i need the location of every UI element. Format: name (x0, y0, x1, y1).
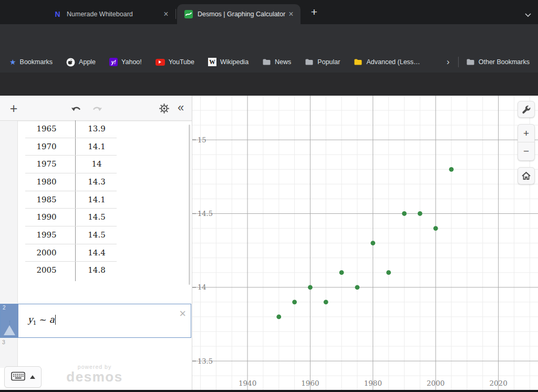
watermark-large: desmos (53, 370, 137, 384)
browser-window: N Numerade Whiteboard × Desmos | Graphin… (0, 0, 538, 392)
bookmark-bookmarks[interactable]: ★ Bookmarks (9, 58, 53, 66)
table-row: 2000 14.4 (18, 244, 123, 262)
table-cell-x[interactable]: 1975 (18, 155, 75, 173)
desmos-favicon-icon (184, 10, 193, 19)
bookmark-label: Wikipedia (220, 58, 249, 66)
bookmark-folder-advanced[interactable]: Advanced (Less… (354, 58, 420, 66)
row-separator (25, 226, 117, 226)
panel-scrollbar[interactable] (189, 125, 190, 285)
bookmark-folder-news[interactable]: News (262, 58, 291, 66)
divider (458, 57, 459, 67)
table-cell-y[interactable]: 14.1 (76, 138, 118, 156)
svg-text:14: 14 (198, 283, 206, 291)
redo-button[interactable] (89, 101, 104, 116)
collapse-panel-button[interactable]: « (173, 101, 188, 116)
undo-button[interactable] (69, 101, 84, 116)
bookmark-label: Other Bookmarks (479, 58, 530, 66)
delete-expression-icon[interactable]: × (179, 307, 186, 321)
table-row: 1985 14.1 (18, 191, 123, 209)
row-separator (25, 173, 117, 173)
table-cell-x[interactable]: 2000 (18, 244, 75, 262)
keyboard-icon (11, 372, 25, 383)
table-cell-x[interactable]: 1965 (18, 120, 75, 138)
show-keyboard-button[interactable] (4, 366, 42, 388)
expression-index: 2 (3, 305, 6, 311)
warning-icon[interactable]: ! (4, 316, 15, 327)
zoom-in-button[interactable]: + (518, 125, 534, 142)
graph-paper[interactable]: 13.51414.51519401960198020002020 + − (192, 96, 538, 392)
expression-row-selected[interactable]: 2 ! y1~a × (0, 304, 191, 338)
graph-settings-wrench-button[interactable] (518, 101, 535, 118)
default-viewport-home-button[interactable] (518, 167, 535, 184)
table-cell-y[interactable]: 14.4 (76, 244, 118, 262)
table-row: 1970 14.1 (18, 138, 123, 156)
table-cell-x[interactable]: 1970 (18, 138, 75, 156)
bookmark-label: Apple (79, 58, 96, 66)
table-row: 1980 14.3 (18, 173, 123, 191)
table-cell-y[interactable]: 13.9 (76, 120, 118, 138)
expr-relation: ~ (39, 314, 47, 325)
other-bookmarks-folder[interactable]: Other Bookmarks (466, 58, 530, 66)
row-separator (25, 208, 117, 209)
svg-text:1940: 1940 (239, 379, 256, 387)
tab-divider (175, 9, 176, 19)
folder-icon-yellow (354, 58, 363, 66)
tab-desmos-active[interactable]: Desmos | Graphing Calculator × (177, 4, 301, 24)
bookmark-youtube[interactable]: YouTube (156, 58, 194, 66)
bookmark-yahoo[interactable]: y! Yahoo! (109, 58, 142, 66)
table-row: 1990 14.5 (18, 208, 123, 226)
desmos-header: Untitled Graph desmos Log In or Sign Up … (0, 73, 538, 96)
table-cell-y[interactable]: 14.5 (76, 208, 118, 226)
svg-text:13.5: 13.5 (198, 357, 213, 365)
add-expression-button[interactable]: + (6, 101, 21, 116)
table-cell-x[interactable]: 2005 (18, 261, 75, 279)
folder-icon (262, 58, 271, 66)
table-row: 1995 14.5 (18, 226, 123, 244)
svg-text:2000: 2000 (427, 379, 444, 387)
settings-gear-icon[interactable] (157, 101, 171, 116)
table-row: 1965 13.9 (18, 120, 123, 138)
yahoo-icon: y! (109, 58, 118, 66)
table-cell-y[interactable]: 14.3 (76, 173, 118, 191)
bookmark-apple[interactable]: Apple (66, 58, 96, 67)
bookmark-label: News (275, 58, 291, 66)
expression-toolbar: + « (0, 96, 192, 121)
close-tab-icon[interactable]: × (286, 9, 296, 19)
youtube-icon (156, 59, 165, 66)
caret-up-icon (30, 375, 35, 379)
table-cell-x[interactable]: 1980 (18, 173, 75, 191)
svg-text:15: 15 (198, 136, 206, 144)
desmos-watermark: powered by desmos (53, 364, 137, 384)
expression-gutter: 3 (0, 338, 18, 368)
table-cell-y[interactable]: 14 (76, 155, 118, 173)
zoom-out-button[interactable]: − (518, 142, 534, 160)
expression-input[interactable]: y1~a × (18, 304, 191, 337)
table-cell-x[interactable]: 1995 (18, 226, 75, 244)
bookmark-folder-popular[interactable]: Popular (305, 58, 340, 66)
bookmark-label: YouTube (169, 58, 194, 66)
svg-text:14.5: 14.5 (198, 210, 213, 218)
table-cell-y[interactable]: 14.1 (76, 191, 118, 209)
wikipedia-icon: W (208, 58, 216, 66)
table-row: 1975 14 (18, 155, 123, 173)
star-icon: ★ (9, 58, 16, 66)
table-cell-y[interactable]: 14.5 (76, 226, 118, 244)
table-cell-y[interactable]: 14.8 (76, 261, 118, 279)
browser-toolbar: ← → desmos.com/calculator ☆ (0, 24, 538, 51)
tab-numerade[interactable]: N Numerade Whiteboard × (46, 4, 175, 24)
table-cell-x[interactable]: 1990 (18, 208, 75, 226)
scatter-plot: 13.51414.51519401960198020002020 (192, 96, 538, 392)
bookmarks-bar-right: › Other Bookmarks (447, 51, 538, 73)
bookmark-label: Bookmarks (20, 58, 53, 66)
table-cell-x[interactable]: 1985 (18, 191, 75, 209)
tab-search-chevron-icon[interactable] (524, 10, 532, 19)
row-separator (25, 191, 117, 191)
expression-gutter[interactable]: 2 ! (1, 304, 18, 337)
bookmark-wikipedia[interactable]: W Wikipedia (208, 58, 249, 66)
svg-text:2020: 2020 (489, 379, 507, 387)
close-tab-icon[interactable]: × (161, 9, 171, 19)
new-tab-button[interactable]: + (307, 5, 321, 19)
expr-rhs: a (49, 314, 55, 325)
bookmarks-overflow-chevron-icon[interactable]: › (447, 57, 450, 67)
svg-text:1960: 1960 (301, 379, 319, 387)
